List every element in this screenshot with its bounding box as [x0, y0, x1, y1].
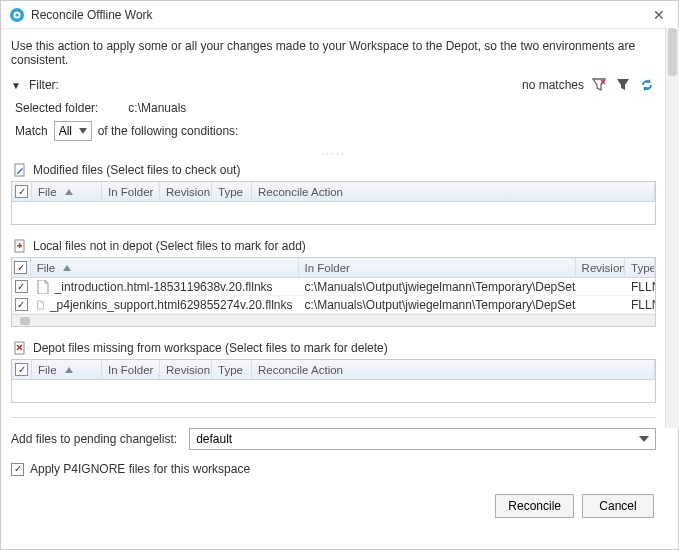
local-not-in-depot-body: _introduction.html-1853119638v.20.fllnks…: [12, 278, 655, 314]
svg-rect-8: [19, 243, 21, 248]
col-in-folder[interactable]: In Folder: [299, 258, 576, 277]
add-file-icon: [13, 239, 27, 253]
col-file[interactable]: File: [32, 360, 102, 379]
cancel-button[interactable]: Cancel: [582, 494, 654, 518]
cell-in-folder: c:\Manuals\Output\jwiegelmann\Temporary\…: [299, 279, 576, 295]
refresh-icon[interactable]: [638, 77, 656, 93]
col-in-folder[interactable]: In Folder: [102, 182, 160, 201]
col-file[interactable]: File: [32, 182, 102, 201]
col-reconcile-action[interactable]: Reconcile Action: [252, 360, 655, 379]
local-not-in-depot-table: File In Folder Revision Type _introducti…: [11, 257, 656, 327]
app-icon: [9, 7, 25, 23]
section-local-not-in-depot: Local files not in depot (Select files t…: [11, 239, 656, 327]
divider: [11, 417, 656, 418]
modified-files-icon: [13, 163, 27, 177]
changelist-dropdown[interactable]: default: [189, 428, 656, 450]
cell-revision: [576, 286, 625, 288]
selected-folder-label: Selected folder:: [15, 101, 125, 115]
col-in-folder[interactable]: In Folder: [102, 360, 160, 379]
cell-in-folder: c:\Manuals\Output\jwiegelmann\Temporary\…: [299, 297, 576, 313]
col-revision[interactable]: Revision: [160, 182, 212, 201]
col-reconcile-action[interactable]: Reconcile Action: [252, 182, 655, 201]
cell-revision: [576, 304, 625, 306]
delete-file-icon: [13, 341, 27, 355]
svg-rect-5: [15, 164, 24, 176]
modified-files-body: [12, 202, 655, 224]
dialog-description: Use this action to apply some or all you…: [11, 39, 656, 67]
col-checkbox[interactable]: [12, 360, 32, 379]
match-dropdown[interactable]: All: [54, 121, 92, 141]
filter-expander-icon[interactable]: ▼: [11, 80, 23, 91]
section-modified-files: Modified files (Select files to check ou…: [11, 163, 656, 225]
col-revision[interactable]: Revision: [576, 258, 625, 277]
reconcile-button[interactable]: Reconcile: [495, 494, 574, 518]
row-checkbox[interactable]: [12, 280, 31, 293]
title-bar: Reconcile Offline Work ✕: [1, 1, 678, 29]
horizontal-scrollbar[interactable]: [12, 314, 655, 326]
table-row[interactable]: _p4jenkins_support.html629855274v.20.fll…: [12, 296, 655, 314]
match-suffix: of the following conditions:: [98, 124, 239, 138]
filter-label: Filter:: [29, 78, 59, 92]
depot-missing-table: File In Folder Revision Type Reconcile A…: [11, 359, 656, 403]
match-prefix: Match: [15, 124, 48, 138]
section-depot-missing: Depot files missing from workspace (Sele…: [11, 341, 656, 403]
cell-file: _introduction.html-1853119638v.20.fllnks: [31, 279, 299, 295]
splitter-handle[interactable]: ·····: [11, 151, 656, 159]
table-row[interactable]: _introduction.html-1853119638v.20.fllnks…: [12, 278, 655, 296]
clear-filter-icon[interactable]: [590, 77, 608, 93]
apply-p4ignore-checkbox[interactable]: [11, 463, 24, 476]
selected-folder-value: c:\Manuals: [128, 101, 186, 115]
apply-p4ignore-label: Apply P4IGNORE files for this workspace: [30, 462, 250, 476]
cell-file: _p4jenkins_support.html629855274v.20.fll…: [31, 297, 299, 313]
local-not-in-depot-title: Local files not in depot (Select files t…: [33, 239, 306, 253]
svg-point-2: [15, 13, 18, 16]
cell-type: FLLN: [625, 297, 655, 313]
col-type[interactable]: Type: [625, 258, 655, 277]
filter-icon[interactable]: [614, 77, 632, 93]
changelist-label: Add files to pending changelist:: [11, 432, 177, 446]
col-type[interactable]: Type: [212, 360, 252, 379]
window-title: Reconcile Offline Work: [31, 8, 648, 22]
depot-missing-body: [12, 380, 655, 402]
modified-files-title: Modified files (Select files to check ou…: [33, 163, 240, 177]
filter-no-matches-text: no matches: [522, 78, 584, 92]
col-type[interactable]: Type: [212, 182, 252, 201]
depot-missing-title: Depot files missing from workspace (Sele…: [33, 341, 388, 355]
cell-type: FLLN: [625, 279, 655, 295]
row-checkbox[interactable]: [12, 298, 31, 311]
col-checkbox[interactable]: [12, 258, 31, 277]
modified-files-table: File In Folder Revision Type Reconcile A…: [11, 181, 656, 225]
col-revision[interactable]: Revision: [160, 360, 212, 379]
col-file[interactable]: File: [31, 258, 299, 277]
col-checkbox[interactable]: [12, 182, 32, 201]
close-button[interactable]: ✕: [648, 7, 670, 23]
